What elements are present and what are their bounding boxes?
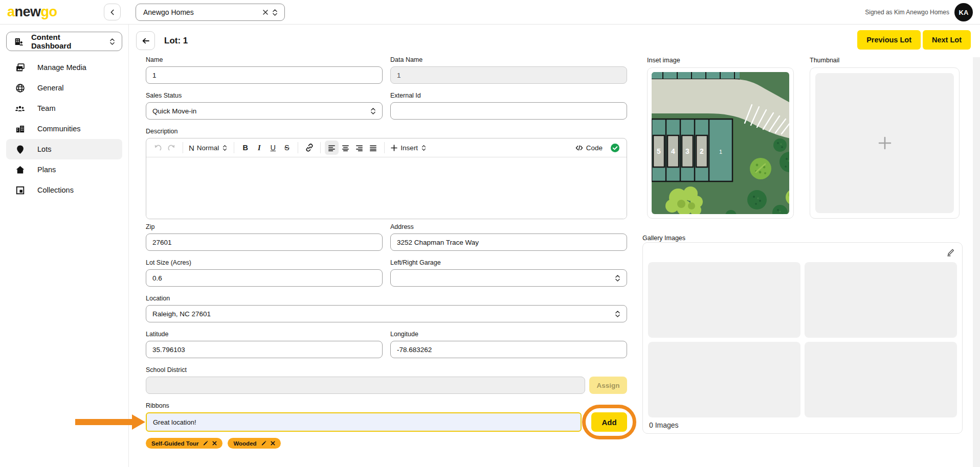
ribbon-input[interactable] bbox=[146, 412, 582, 432]
location-label: Location bbox=[146, 295, 627, 301]
address-input[interactable] bbox=[390, 233, 627, 251]
previous-lot-button[interactable]: Previous Lot bbox=[857, 30, 921, 50]
align-justify-button[interactable] bbox=[366, 141, 380, 155]
lot-size-input[interactable] bbox=[146, 269, 383, 287]
garage-select[interactable] bbox=[390, 269, 627, 287]
sidebar-item-label: Plans bbox=[37, 166, 56, 174]
data-name-label: Data Name bbox=[390, 57, 627, 63]
remove-x-icon[interactable] bbox=[212, 441, 217, 446]
ribbon-tags: Self-Guided Tour Wooded bbox=[146, 438, 627, 449]
assign-button[interactable]: Assign bbox=[589, 377, 627, 394]
location-field-group: Location Raleigh, NC 27601 bbox=[146, 295, 627, 322]
clear-x-icon[interactable] bbox=[261, 8, 270, 17]
strikethrough-button[interactable]: S bbox=[280, 141, 294, 155]
data-name-field-group: Data Name bbox=[390, 57, 627, 84]
edit-pencil-icon[interactable] bbox=[946, 248, 955, 256]
underline-button[interactable]: U bbox=[266, 141, 280, 155]
toolbar-divider bbox=[183, 142, 183, 153]
add-plus-icon bbox=[876, 134, 894, 152]
avatar[interactable]: KA bbox=[954, 3, 973, 21]
longitude-input[interactable] bbox=[390, 341, 627, 358]
workspace-select[interactable]: Content Dashboard bbox=[6, 32, 122, 51]
edit-pencil-icon[interactable] bbox=[203, 440, 208, 446]
sidebar-item-plans[interactable]: Plans bbox=[6, 159, 122, 180]
sidebar-item-manage-media[interactable]: Manage Media bbox=[6, 57, 122, 78]
latitude-input[interactable] bbox=[146, 341, 383, 358]
community-select[interactable]: Anewgo Homes bbox=[136, 4, 285, 21]
team-icon bbox=[15, 104, 25, 113]
link-button[interactable] bbox=[302, 141, 316, 155]
sidebar-item-collections[interactable]: Collections bbox=[6, 180, 122, 200]
name-input[interactable] bbox=[146, 66, 383, 84]
garage-label: Left/Right Garage bbox=[390, 260, 627, 266]
collapse-sidebar-button[interactable] bbox=[104, 4, 121, 20]
svg-text:3: 3 bbox=[685, 147, 689, 155]
top-bar: anewgo Anewgo Homes Signed as Kim Anewgo… bbox=[0, 0, 980, 25]
italic-button[interactable]: I bbox=[252, 141, 266, 155]
sidebar-item-communities[interactable]: Communities bbox=[6, 119, 122, 139]
code-label: Code bbox=[586, 144, 603, 152]
ribbon-tag: Self-Guided Tour bbox=[146, 438, 222, 449]
sidebar-item-label: Manage Media bbox=[37, 63, 86, 72]
align-left-button[interactable] bbox=[325, 141, 339, 155]
undo-button[interactable] bbox=[151, 141, 165, 155]
align-center-button[interactable] bbox=[339, 141, 352, 155]
toolbar-divider bbox=[234, 142, 234, 153]
zip-input[interactable] bbox=[146, 233, 383, 251]
sales-status-field-group: Sales Status Quick Move-in bbox=[146, 92, 383, 120]
next-lot-button[interactable]: Next Lot bbox=[923, 30, 971, 50]
svg-text:4: 4 bbox=[671, 147, 675, 155]
remove-x-icon[interactable] bbox=[271, 441, 275, 446]
sidebar-item-team[interactable]: Team bbox=[6, 98, 122, 119]
insert-select[interactable]: Insert bbox=[389, 141, 429, 155]
align-right-button[interactable] bbox=[352, 141, 366, 155]
signed-as-text: Signed as Kim Anewgo Homes bbox=[865, 9, 949, 16]
longitude-field-group: Longitude bbox=[390, 331, 627, 358]
thumbnail-card[interactable] bbox=[810, 67, 960, 219]
description-label: Description bbox=[146, 128, 627, 134]
ribbon-tag: Wooded bbox=[228, 438, 280, 449]
school-district-field-group: School District Assign bbox=[146, 367, 627, 394]
sidebar-item-lots[interactable]: Lots bbox=[6, 139, 122, 159]
location-select[interactable]: Raleigh, NC 27601 bbox=[146, 305, 627, 322]
redo-button[interactable] bbox=[165, 141, 179, 155]
sales-status-select[interactable]: Quick Move-in bbox=[146, 102, 383, 120]
gallery-card: 0 Images bbox=[642, 242, 963, 434]
rich-text-editor: N Normal B I U S bbox=[146, 138, 627, 219]
zip-label: Zip bbox=[146, 224, 383, 230]
editor-toolbar: N Normal B I U S bbox=[146, 138, 627, 157]
address-label: Address bbox=[390, 224, 627, 230]
select-chevrons-icon[interactable] bbox=[270, 7, 280, 18]
external-id-field-group: External Id bbox=[390, 92, 627, 120]
latitude-field-group: Latitude bbox=[146, 331, 383, 358]
dashboard-building-icon bbox=[14, 37, 24, 46]
workspace-select-label: Content Dashboard bbox=[31, 33, 101, 50]
gallery-images-label: Gallery Images bbox=[642, 235, 685, 242]
gallery-placeholder bbox=[648, 262, 800, 338]
code-button[interactable]: Code bbox=[573, 141, 604, 155]
bold-button[interactable]: B bbox=[238, 141, 252, 155]
lot-size-field-group: Lot Size (Acres) bbox=[146, 260, 383, 287]
globe-icon bbox=[15, 83, 25, 93]
gallery-placeholder bbox=[805, 342, 957, 417]
thumbnail-placeholder[interactable] bbox=[815, 73, 954, 213]
name-field-group: Name bbox=[146, 57, 383, 84]
edit-pencil-icon[interactable] bbox=[261, 440, 266, 446]
description-editor-body[interactable] bbox=[146, 157, 627, 219]
format-select[interactable]: N Normal bbox=[187, 141, 230, 155]
sidebar-item-general[interactable]: General bbox=[6, 78, 122, 98]
select-chevrons-icon bbox=[420, 144, 427, 152]
gallery-placeholder bbox=[805, 262, 957, 338]
inset-image-card[interactable]: 5 4 3 2 1 bbox=[647, 67, 794, 219]
external-id-input[interactable] bbox=[390, 102, 627, 120]
sidebar-item-label: Team bbox=[37, 104, 55, 112]
sales-status-label: Sales Status bbox=[146, 92, 383, 99]
community-select-value: Anewgo Homes bbox=[143, 8, 261, 16]
scrollbar[interactable] bbox=[973, 57, 980, 467]
add-ribbon-button[interactable]: Add bbox=[591, 412, 627, 432]
chevron-left-icon bbox=[108, 8, 117, 16]
back-arrow-icon bbox=[141, 36, 150, 45]
sidebar: Content Dashboard Manage Media General T… bbox=[0, 25, 129, 467]
back-button[interactable] bbox=[136, 31, 155, 50]
description-field-group: Description N Normal B bbox=[146, 128, 627, 219]
